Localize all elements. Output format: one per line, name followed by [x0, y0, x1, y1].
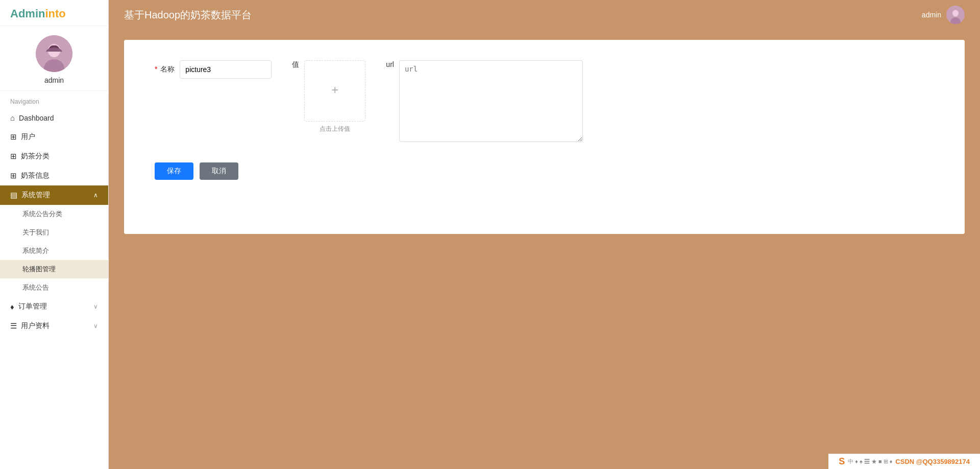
page-title: 基于Hadoop的奶茶数据平台 — [124, 8, 252, 22]
sidebar-item-label: 奶茶分类 — [21, 152, 50, 161]
sidebar-item-users[interactable]: ⊞ 用户 — [0, 127, 108, 147]
upload-hint: 点击上传值 — [320, 125, 350, 133]
sidebar-item-label: 订单管理 — [18, 302, 47, 311]
avatar — [36, 35, 72, 72]
sidebar-item-label: 系统管理 — [21, 191, 50, 200]
sidebar-item-label: 奶茶信息 — [21, 171, 50, 180]
sidebar-sub-carousel-management[interactable]: 轮播图管理 — [0, 260, 108, 278]
content-area: * 名称 值 + 点击上传值 u — [109, 30, 980, 469]
main-area: 基于Hadoop的奶茶数据平台 admin * 名称 — [109, 0, 980, 469]
logo-area: Admininto — [0, 0, 108, 26]
milk-tea-category-icon: ⊞ — [10, 152, 17, 161]
plus-icon: + — [331, 83, 338, 97]
form-card: * 名称 值 + 点击上传值 u — [124, 40, 965, 234]
chevron-down-icon-2: ∨ — [93, 322, 98, 330]
topbar-user: admin — [922, 6, 965, 24]
url-field-group: url — [386, 60, 583, 142]
logo-into: into — [45, 7, 65, 20]
form-actions: 保存 取消 — [155, 162, 934, 180]
milk-tea-info-icon: ⊞ — [10, 171, 17, 180]
users-icon: ⊞ — [10, 132, 17, 142]
logo: Admininto — [10, 7, 98, 20]
sidebar-item-label: Dashboard — [19, 114, 54, 122]
topbar-avatar — [946, 6, 965, 24]
upload-box[interactable]: + — [304, 60, 365, 122]
sub-item-label: 轮播图管理 — [22, 265, 56, 273]
value-label: 值 — [292, 60, 299, 69]
order-management-icon: ♦ — [10, 302, 14, 311]
user-profile-icon: ☰ — [10, 321, 17, 331]
sidebar-item-user-profile[interactable]: ☰ 用户资料 ∨ — [0, 316, 108, 336]
sidebar-sub-system-intro[interactable]: 系统简介 — [0, 242, 108, 260]
sidebar-item-dashboard[interactable]: ⌂ Dashboard — [0, 108, 108, 127]
csdn-s-icon: S — [839, 456, 845, 467]
required-star: * — [155, 65, 157, 73]
sidebar-item-milk-tea-info[interactable]: ⊞ 奶茶信息 — [0, 166, 108, 185]
value-field-group: 值 + 点击上传值 — [292, 60, 365, 133]
name-field-group: * 名称 — [155, 60, 272, 79]
sidebar-item-system-management[interactable]: ▤ 系统管理 ∧ — [0, 185, 108, 205]
sidebar: Admininto admin Navigation ⌂ Dashboard ⊞… — [0, 0, 109, 469]
sub-item-label: 系统简介 — [22, 247, 49, 254]
chevron-down-icon: ∨ — [93, 303, 98, 310]
sidebar-item-order-management[interactable]: ♦ 订单管理 ∨ — [0, 297, 108, 316]
system-management-icon: ▤ — [10, 191, 17, 200]
sub-item-label: 系统公告分类 — [22, 210, 62, 218]
sidebar-item-milk-tea-category[interactable]: ⊞ 奶茶分类 — [0, 147, 108, 166]
name-label: * 名称 — [155, 65, 175, 74]
csdn-bar: S 中 ♦ ♠ ☰ ★ ■ ⊞ ♦ CSDN @QQ3359892174 — [828, 454, 980, 469]
save-button[interactable]: 保存 — [155, 162, 193, 180]
sidebar-sub-about-us[interactable]: 关于我们 — [0, 223, 108, 242]
topbar-username: admin — [922, 11, 941, 19]
sidebar-sub-system-announcement[interactable]: 系统公告 — [0, 278, 108, 297]
url-textarea[interactable] — [399, 60, 583, 142]
cancel-button[interactable]: 取消 — [200, 162, 238, 180]
sidebar-sub-system-announcement-category[interactable]: 系统公告分类 — [0, 205, 108, 223]
topbar: 基于Hadoop的奶茶数据平台 admin — [109, 0, 980, 30]
name-input[interactable] — [180, 60, 272, 79]
dashboard-icon: ⌂ — [10, 113, 15, 122]
avatar-name: admin — [44, 76, 64, 84]
url-label: url — [386, 60, 394, 68]
logo-admin: Admin — [10, 7, 45, 20]
csdn-icons: 中 ♦ ♠ ☰ ★ ■ ⊞ ♦ — [848, 458, 892, 465]
avatar-area: admin — [0, 26, 108, 91]
sub-item-label: 关于我们 — [22, 228, 49, 236]
svg-point-4 — [952, 10, 959, 17]
sub-item-label: 系统公告 — [22, 284, 49, 291]
nav-section-label: Navigation — [0, 91, 108, 108]
sidebar-item-label: 用户资料 — [21, 321, 50, 331]
chevron-up-icon: ∧ — [93, 192, 98, 199]
form-main-row: * 名称 值 + 点击上传值 u — [155, 60, 934, 142]
sidebar-item-label: 用户 — [21, 132, 35, 142]
csdn-label: CSDN @QQ3359892174 — [895, 458, 970, 465]
